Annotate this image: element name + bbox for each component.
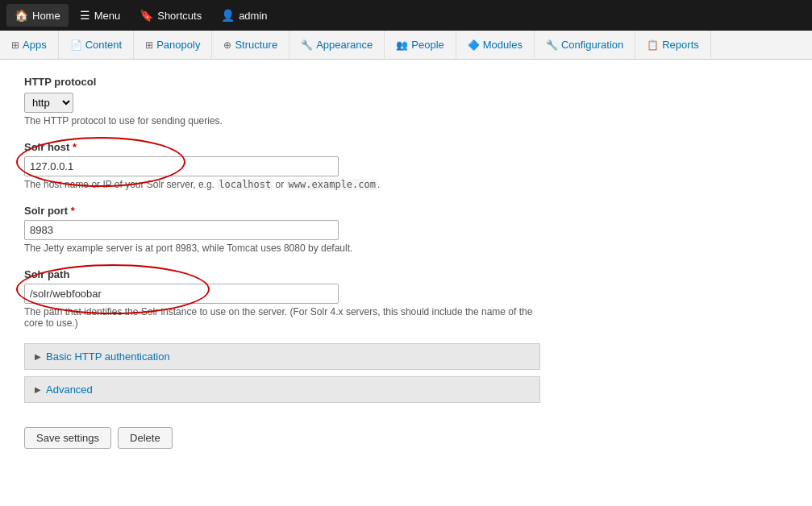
nav-menu[interactable]: ☰ Menu — [72, 4, 129, 27]
solr-path-label: Solr path — [24, 268, 540, 280]
home-icon: 🏠 — [15, 9, 28, 22]
sidebar-item-structure[interactable]: ⊕ Structure — [212, 31, 289, 59]
sidebar-item-configuration[interactable]: 🔧 Configuration — [535, 31, 635, 59]
main-content: HTTP protocol http https The HTTP protoc… — [0, 60, 564, 465]
solr-path-input-wrapper — [24, 284, 339, 304]
basic-auth-header[interactable]: ▶ Basic HTTP authentication — [25, 344, 539, 369]
appearance-icon: 🔧 — [301, 39, 313, 51]
sidebar-item-apps[interactable]: ⊞ Apps — [0, 31, 59, 59]
content-icon: 📄 — [70, 39, 82, 51]
solr-port-input[interactable] — [24, 220, 339, 240]
solr-host-description: The host name or IP of your Solr server,… — [24, 179, 540, 190]
people-icon: 👥 — [396, 39, 408, 51]
basic-auth-arrow: ▶ — [35, 352, 41, 361]
reports-icon: 📋 — [647, 39, 659, 51]
solr-host-label: Solr host * — [24, 141, 540, 153]
sidebar-item-reports[interactable]: 📋 Reports — [635, 31, 711, 59]
http-protocol-description: The HTTP protocol to use for sending que… — [24, 115, 540, 126]
solr-path-section: Solr path The path that identifies the S… — [24, 268, 540, 329]
configuration-icon: 🔧 — [546, 39, 558, 51]
http-protocol-label: HTTP protocol — [24, 76, 540, 88]
structure-label: Structure — [235, 39, 277, 51]
sidebar-item-content[interactable]: 📄 Content — [59, 31, 135, 59]
advanced-header[interactable]: ▶ Advanced — [25, 377, 539, 402]
panopoly-icon: ⊞ — [145, 39, 153, 51]
action-buttons: Save settings Delete — [24, 419, 540, 449]
solr-host-input-wrapper — [24, 156, 339, 176]
appearance-label: Appearance — [316, 39, 373, 51]
nav-home-label: Home — [32, 10, 60, 22]
solr-host-section: Solr host * The host name or IP of your … — [24, 141, 540, 190]
reports-label: Reports — [662, 39, 699, 51]
shortcuts-icon: 🔖 — [139, 9, 153, 22]
top-navigation: 🏠 Home ☰ Menu 🔖 Shortcuts 👤 admin — [0, 0, 812, 31]
sidebar-item-appearance[interactable]: 🔧 Appearance — [289, 31, 385, 59]
apps-icon: ⊞ — [11, 39, 19, 51]
content-label: Content — [85, 39, 123, 51]
advanced-arrow: ▶ — [35, 385, 41, 394]
solr-port-label: Solr port * — [24, 205, 540, 217]
people-label: People — [411, 39, 443, 51]
nav-shortcuts[interactable]: 🔖 Shortcuts — [131, 4, 210, 27]
admin-icon: 👤 — [221, 9, 235, 22]
nav-admin-label: admin — [239, 10, 267, 22]
configuration-label: Configuration — [561, 39, 623, 51]
modules-icon: 🔷 — [468, 39, 480, 51]
save-settings-button[interactable]: Save settings — [24, 427, 111, 449]
sidebar-item-modules[interactable]: 🔷 Modules — [456, 31, 535, 59]
solr-port-section: Solr port * The Jetty example server is … — [24, 205, 540, 254]
solr-host-input[interactable] — [24, 156, 339, 176]
solr-port-description: The Jetty example server is at port 8983… — [24, 243, 540, 254]
apps-label: Apps — [23, 39, 47, 51]
basic-auth-label: Basic HTTP authentication — [46, 350, 170, 363]
menu-icon: ☰ — [80, 9, 90, 22]
sidebar-item-people[interactable]: 👥 People — [385, 31, 456, 59]
nav-shortcuts-label: Shortcuts — [157, 10, 202, 22]
panopoly-label: Panopoly — [156, 39, 200, 51]
advanced-label: Advanced — [46, 384, 93, 396]
solr-path-description: The path that identifies the Solr instan… — [24, 306, 540, 329]
modules-label: Modules — [483, 39, 523, 51]
nav-menu-label: Menu — [94, 10, 121, 22]
http-protocol-select[interactable]: http https — [24, 93, 73, 113]
nav-home[interactable]: 🏠 Home — [6, 4, 69, 27]
solr-path-input[interactable] — [24, 284, 339, 304]
nav-admin[interactable]: 👤 admin — [213, 4, 275, 27]
advanced-section: ▶ Advanced — [24, 376, 540, 403]
secondary-navigation: ⊞ Apps 📄 Content ⊞ Panopoly ⊕ Structure … — [0, 31, 812, 60]
http-protocol-section: HTTP protocol http https The HTTP protoc… — [24, 76, 540, 126]
sidebar-item-panopoly[interactable]: ⊞ Panopoly — [134, 31, 212, 59]
delete-button[interactable]: Delete — [118, 427, 173, 449]
basic-auth-section: ▶ Basic HTTP authentication — [24, 343, 540, 370]
structure-icon: ⊕ — [223, 39, 231, 51]
